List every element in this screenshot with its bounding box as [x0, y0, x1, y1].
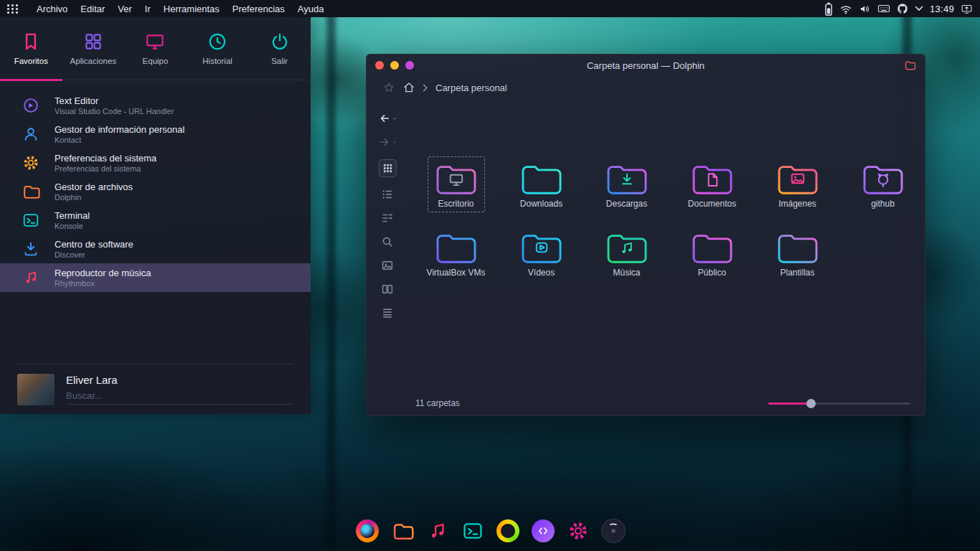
tab-favoritos[interactable]: Favoritos [0, 17, 62, 79]
titlebar[interactable]: Carpeta personal — Dolphin [367, 55, 925, 76]
menubar-item[interactable]: Ayuda [291, 1, 331, 17]
item-subtitle: Dolphin [55, 193, 133, 202]
monitor-icon [144, 31, 166, 52]
view-sidebar [367, 109, 408, 390]
list-item[interactable]: Preferencias del sistemaPreferencias del… [0, 149, 311, 177]
tab-equipo[interactable]: Equipo [124, 17, 187, 79]
item-subtitle: Konsole [55, 222, 90, 230]
window-title: Carpeta personal — Dolphin [367, 60, 925, 71]
search-input[interactable] [66, 389, 293, 405]
zoom-slider-knob[interactable] [806, 399, 816, 408]
dock-code-editor-icon[interactable] [531, 519, 555, 543]
dock-music-player-icon[interactable] [425, 519, 450, 543]
folder-grid: EscritorioDownloadsDescargasDocumentosIm… [413, 156, 925, 281]
list-item[interactable]: Gestor de información personalKontact [0, 120, 311, 149]
bookmark-star-icon[interactable] [382, 81, 395, 94]
folder-item[interactable]: Escritorio [413, 156, 499, 212]
tab-label: Aplicaciones [70, 57, 117, 65]
dock-settings-icon[interactable] [566, 519, 590, 543]
item-subtitle: Rhythmbox [55, 279, 151, 288]
breadcrumb[interactable]: Carpeta personal [435, 83, 507, 93]
show-desktop-icon[interactable] [961, 4, 973, 14]
tree-silhouette [326, 0, 336, 551]
tab-historial[interactable]: Historial [187, 17, 249, 79]
folder-item[interactable]: github [840, 156, 925, 212]
dock-latte-dock-icon[interactable] [601, 519, 626, 543]
tab-salir[interactable]: Salir [248, 17, 311, 79]
item-subtitle: Discover [55, 250, 133, 259]
folder-icon [605, 228, 649, 265]
battery-icon[interactable] [824, 2, 833, 16]
preview-icon[interactable] [381, 259, 394, 272]
dock-firefox-icon[interactable] [355, 519, 380, 543]
home-icon[interactable] [402, 81, 415, 94]
list-item[interactable]: TerminalKonsole [0, 206, 311, 235]
menubar-item[interactable]: Ver [111, 1, 138, 17]
keyboard-icon[interactable] [877, 4, 890, 14]
minimize-button[interactable] [390, 61, 399, 70]
clock-icon [207, 31, 228, 52]
app-grid-icon[interactable] [7, 4, 19, 14]
folder-item[interactable]: Plantillas [755, 225, 840, 281]
folder-label: Downloads [520, 199, 562, 209]
icons-view-button[interactable] [379, 159, 397, 177]
dock-terminal-icon[interactable] [461, 519, 485, 543]
folder-item[interactable]: Vídeos [499, 225, 584, 281]
power-icon [269, 31, 291, 52]
active-tab-underline [0, 79, 62, 81]
dock [0, 515, 980, 547]
folder-label: Escritorio [438, 199, 473, 209]
back-button[interactable] [377, 112, 397, 125]
folder-icon [690, 228, 735, 265]
split-view-icon[interactable] [381, 283, 394, 296]
dock-file-manager-icon[interactable] [390, 519, 415, 543]
folder-label: github [871, 199, 895, 209]
list-item[interactable]: Text EditorVisual Studio Code - URL Hand… [0, 91, 311, 120]
chevron-right-icon [423, 84, 428, 92]
github-icon[interactable] [897, 3, 908, 14]
list-item[interactable]: Centro de softwareDiscover [0, 235, 311, 263]
status-text: 11 carpetas [415, 398, 460, 408]
chevron-down-icon[interactable] [915, 6, 923, 11]
folder-label: Imágenes [778, 199, 816, 209]
close-button[interactable] [375, 61, 384, 70]
menubar-item[interactable]: Preferencias [226, 1, 291, 17]
avatar[interactable] [17, 374, 55, 405]
folder-item[interactable]: VirtualBox VMs [413, 225, 499, 281]
folder-item[interactable]: Música [584, 225, 669, 281]
item-title: Text Editor [55, 95, 174, 106]
list-item[interactable]: Reproductor de músicaRhythmbox [0, 263, 311, 292]
volume-icon[interactable] [859, 4, 871, 14]
folder-item[interactable]: Imágenes [755, 156, 840, 212]
network-icon[interactable] [839, 4, 852, 14]
folder-label: Vídeos [528, 268, 555, 278]
folder-item[interactable]: Documentos [669, 156, 755, 212]
item-title: Gestor de información personal [55, 124, 184, 135]
bookmark-icon [20, 31, 42, 52]
menu-icon[interactable] [381, 306, 394, 319]
folder-item[interactable]: Downloads [499, 156, 584, 212]
folder-icon [776, 159, 820, 197]
compact-view-button[interactable] [381, 212, 394, 225]
search-icon[interactable] [381, 235, 394, 248]
tab-aplicaciones[interactable]: Aplicaciones [62, 17, 125, 79]
menubar-item[interactable]: Editar [74, 1, 111, 17]
item-subtitle: Kontact [55, 136, 184, 144]
item-subtitle: Visual Studio Code - URL Handler [55, 107, 174, 116]
folder-item[interactable]: Público [669, 225, 755, 281]
folder-item[interactable]: Descargas [584, 156, 669, 212]
maximize-button[interactable] [405, 61, 414, 70]
list-item[interactable]: Gestor de archivosDolphin [0, 177, 311, 206]
menubar-item[interactable]: Herramientas [157, 1, 226, 17]
dock-chrome-icon[interactable] [496, 519, 520, 543]
item-title: Centro de software [55, 239, 133, 250]
list-view-button[interactable] [381, 188, 394, 201]
menubar-item[interactable]: Archivo [30, 1, 74, 17]
forward-button[interactable] [377, 136, 397, 149]
places-folder-icon[interactable] [905, 60, 916, 70]
location-toolbar: Carpeta personal [367, 76, 925, 100]
statusbar: 11 carpetas [408, 391, 925, 415]
zoom-slider[interactable] [768, 399, 910, 408]
menubar-menu: ArchivoEditarVerIrHerramientasPreferenci… [30, 1, 330, 17]
menubar-item[interactable]: Ir [138, 1, 157, 17]
